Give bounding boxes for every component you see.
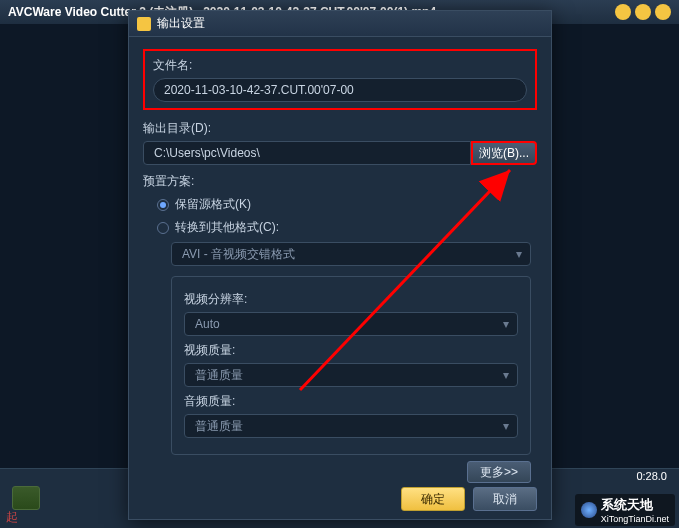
audio-quality-label: 音频质量: [184,393,518,410]
filename-label: 文件名: [153,57,527,74]
watermark-icon [581,502,597,518]
more-button[interactable]: 更多>> [467,461,531,483]
bottom-hint: 起 [6,509,18,526]
video-quality-select[interactable]: 普通质量 [184,363,518,387]
minimize-button[interactable] [615,4,631,20]
filename-input[interactable] [153,78,527,102]
keep-source-label: 保留源格式(K) [175,196,251,213]
preset-section: 预置方案: 保留源格式(K) 转换到其他格式(C): AVI - 音视频交错格式… [143,173,537,483]
quality-panel: 视频分辨率: Auto 视频质量: 普通质量 音频质量: 普通质量 [171,276,531,455]
format-value: AVI - 音视频交错格式 [182,246,295,263]
watermark-brand: 系统天地 [601,496,669,514]
video-quality-value: 普通质量 [195,367,243,384]
outdir-input[interactable] [143,141,471,165]
dialog-icon [137,17,151,31]
convert-other-radio-row[interactable]: 转换到其他格式(C): [157,219,537,236]
radio-convert-other[interactable] [157,222,169,234]
close-button[interactable] [655,4,671,20]
ok-button[interactable]: 确定 [401,487,465,511]
dialog-footer: 确定 取消 [401,487,537,511]
watermark-url: XiTongTianDi.net [601,514,669,524]
radio-keep-source[interactable] [157,199,169,211]
audio-quality-value: 普通质量 [195,418,243,435]
audio-quality-select[interactable]: 普通质量 [184,414,518,438]
time-display: 0:28.0 [636,470,667,482]
maximize-button[interactable] [635,4,651,20]
open-folder-button[interactable] [12,486,40,510]
convert-other-label: 转换到其他格式(C): [175,219,279,236]
browse-button[interactable]: 浏览(B)... [471,141,537,165]
dialog-titlebar: 输出设置 [129,11,551,37]
cancel-button[interactable]: 取消 [473,487,537,511]
keep-source-radio-row[interactable]: 保留源格式(K) [157,196,537,213]
preset-label: 预置方案: [143,173,537,190]
format-select[interactable]: AVI - 音视频交错格式 [171,242,531,266]
filename-highlight: 文件名: [143,49,537,110]
outdir-label: 输出目录(D): [143,120,537,137]
dialog-body: 文件名: 输出目录(D): 浏览(B)... 预置方案: 保留源格式(K) 转换… [129,37,551,493]
video-quality-label: 视频质量: [184,342,518,359]
output-settings-dialog: 输出设置 文件名: 输出目录(D): 浏览(B)... 预置方案: 保留源格式(… [128,10,552,520]
resolution-select[interactable]: Auto [184,312,518,336]
dialog-title: 输出设置 [157,15,205,32]
outdir-section: 输出目录(D): 浏览(B)... [143,120,537,165]
resolution-value: Auto [195,317,220,331]
watermark: 系统天地 XiTongTianDi.net [575,494,675,526]
resolution-label: 视频分辨率: [184,291,518,308]
